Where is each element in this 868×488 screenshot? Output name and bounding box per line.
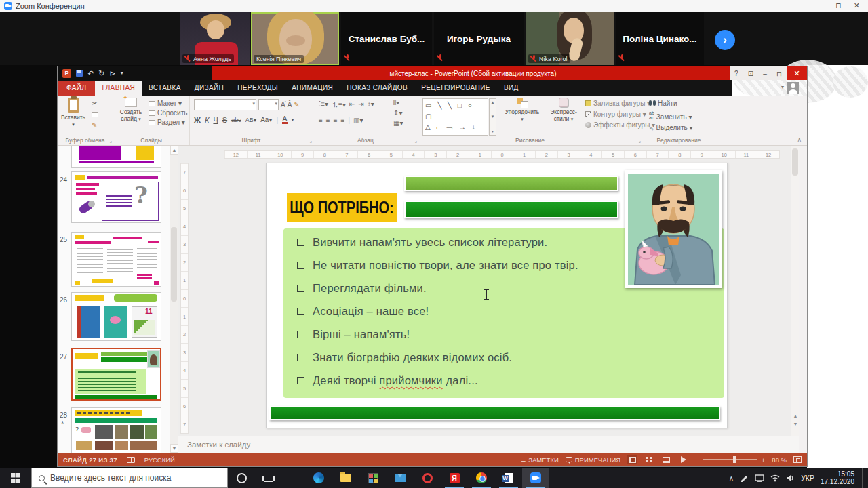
ribbon-tab-7[interactable]: РЕЦЕНЗИРОВАНИЕ	[414, 81, 497, 96]
zoom-out-icon[interactable]: −	[695, 456, 699, 464]
store-button[interactable]	[359, 468, 387, 488]
close-icon[interactable]: ✕	[787, 66, 807, 80]
reading-view-button[interactable]	[661, 455, 671, 464]
italic-button[interactable]: К	[205, 116, 209, 124]
edge-button[interactable]	[305, 468, 332, 488]
minimize-icon[interactable]: –	[763, 70, 767, 77]
slide-thumbnail-25[interactable]	[71, 232, 161, 287]
slide-thumbnail-26[interactable]: 11	[71, 292, 161, 341]
user-avatar[interactable]	[787, 82, 799, 94]
notes-toggle[interactable]: ☰ЗАМЕТКИ	[521, 456, 559, 464]
font-color-dropdown[interactable]: ▾	[292, 117, 294, 123]
clear-formatting-icon[interactable]: ✎	[294, 101, 299, 108]
zoom-slider[interactable]: − +	[695, 456, 765, 464]
yandex-button[interactable]: Я	[441, 468, 468, 488]
paste-button[interactable]: Вставить▾	[60, 98, 87, 127]
help-icon[interactable]: ?	[734, 70, 738, 77]
network-icon[interactable]	[755, 474, 764, 482]
next-slide-icon[interactable]: ▼	[791, 422, 800, 426]
undo-icon[interactable]: ↶	[87, 70, 94, 77]
slide-thumbnail-23[interactable]	[71, 146, 161, 168]
align-left-icon[interactable]: ≡	[319, 117, 323, 124]
slide-bullet[interactable]: Асоціація – наше все!	[296, 305, 724, 328]
slide-bullet[interactable]: Знати біографію деяких відомих осіб.	[296, 351, 724, 374]
next-participants-button[interactable]: ›	[715, 30, 735, 50]
select-button[interactable]: ⇖Выделить ▾	[649, 124, 693, 132]
layout-button[interactable]: Макет ▾	[149, 100, 187, 107]
main-scrollbar[interactable]: ▲ ▼	[791, 146, 799, 436]
show-desktop-button[interactable]	[862, 468, 865, 488]
restore-icon[interactable]: ⊓	[776, 70, 782, 77]
dialog-launcher-icon[interactable]: ⌟	[310, 138, 312, 144]
slide-title-box[interactable]: ЩО ПОТРІБНО:	[287, 193, 397, 222]
replace-button[interactable]: abacЗаменить ▾	[649, 110, 693, 121]
chevron-down-icon[interactable]: ▾	[781, 84, 784, 90]
zoom-app-button[interactable]	[522, 468, 549, 488]
decrease-indent-icon[interactable]: ⇤	[349, 100, 355, 110]
ribbon-tab-5[interactable]: АНИМАЦИЯ	[285, 81, 340, 96]
quick-styles-button[interactable]: Экспресс-стили ▾	[545, 98, 583, 122]
slide-bottom-green-bar[interactable]	[269, 406, 720, 420]
zoom-close-icon[interactable]: ✕	[854, 1, 860, 10]
line-spacing-icon[interactable]: ↕▾	[368, 100, 374, 110]
character-spacing-button[interactable]: АВ▾	[245, 117, 257, 123]
reset-button[interactable]: Сбросить	[149, 109, 187, 117]
participant-tile-igor[interactable]: Игорь Рудыка	[434, 12, 524, 65]
notes-pane[interactable]: Заметки к слайду	[178, 436, 799, 453]
word-button[interactable]	[495, 468, 522, 488]
justify-icon[interactable]: ≡	[341, 117, 345, 124]
ribbon-tab-1[interactable]: ГЛАВНАЯ	[95, 81, 142, 96]
slide-sorter-view-button[interactable]	[644, 455, 654, 464]
shadow-button[interactable]: abc	[231, 117, 241, 123]
dialog-launcher-icon[interactable]: ⌟	[639, 138, 641, 144]
ribbon-options-icon[interactable]: ⊡	[748, 70, 753, 77]
ribbon-tab-4[interactable]: ПЕРЕХОДЫ	[231, 81, 285, 96]
comments-toggle[interactable]: ПРИМЕЧАНИЯ	[566, 456, 620, 464]
dialog-launcher-icon[interactable]: ⌟	[110, 138, 112, 144]
find-button[interactable]: Найти	[649, 100, 693, 107]
strikethrough-button[interactable]: S	[222, 116, 227, 124]
mail-button[interactable]	[387, 468, 414, 488]
wifi-icon[interactable]	[770, 474, 780, 482]
language-switcher[interactable]: УКР	[801, 474, 814, 482]
cortana-button[interactable]	[228, 468, 255, 488]
zoom-percentage[interactable]: 88 %	[772, 456, 787, 464]
slide-bullet[interactable]: Вірші – напам'ять!	[296, 328, 724, 351]
participant-video-nika[interactable]: Nika Korol	[526, 12, 614, 65]
zoom-thumb[interactable]	[733, 456, 736, 463]
shevchenko-cartoon-image[interactable]	[625, 170, 722, 288]
numbering-icon[interactable]: ⒈≡▾	[332, 100, 346, 110]
file-explorer-button[interactable]	[332, 468, 359, 488]
grow-font-icon[interactable]: А̂	[281, 101, 285, 108]
slide-thumbnail-27-selected[interactable]	[71, 348, 161, 401]
language-indicator[interactable]: РУССКИЙ	[144, 456, 175, 464]
font-color-button[interactable]: А	[282, 115, 287, 124]
font-name-combo[interactable]	[194, 99, 256, 110]
zoom-track[interactable]	[703, 459, 757, 460]
slide-bullet[interactable]: Деякі творчі прийомчики далі...	[296, 374, 724, 397]
ribbon-tab-8[interactable]: ВИД	[497, 81, 526, 96]
cut-icon[interactable]: ✂	[92, 100, 100, 107]
collapse-ribbon-icon[interactable]: ∧	[797, 136, 802, 143]
spellcheck-icon[interactable]	[127, 457, 135, 463]
increase-indent-icon[interactable]: ⇥	[358, 100, 363, 110]
columns-icon[interactable]: ▥▾	[353, 117, 363, 124]
align-text-icon[interactable]: ⇕▾	[393, 109, 403, 117]
pen-input-icon[interactable]	[740, 474, 749, 482]
zoom-in-icon[interactable]: +	[762, 456, 766, 464]
chrome-button[interactable]	[468, 468, 495, 488]
thumbnail-scrollbar[interactable]: ▲ ▼	[170, 146, 178, 453]
shrink-font-icon[interactable]: А̌	[288, 101, 292, 108]
copy-icon[interactable]	[92, 110, 100, 118]
previous-slide-icon[interactable]: ▲	[791, 413, 800, 418]
slide-green-bar-top[interactable]	[404, 176, 618, 191]
normal-view-button[interactable]	[627, 455, 637, 464]
arrange-button[interactable]: Упорядочить▾	[501, 98, 543, 122]
align-center-icon[interactable]: ≡	[326, 117, 330, 124]
zoom-restore-icon[interactable]: ⊓	[835, 1, 842, 10]
bullets-icon[interactable]: ⁚≡▾	[319, 100, 328, 110]
speaker-icon[interactable]	[786, 474, 795, 482]
shapes-gallery[interactable]: ▭ ╲ ╲ □ ○ ▢△ ⌐ ﹁ → ↓ ⌂☆ ( ) ~ ✎	[422, 98, 488, 136]
redo-icon[interactable]: ↻	[98, 70, 104, 77]
align-right-icon[interactable]: ≡	[334, 117, 338, 124]
